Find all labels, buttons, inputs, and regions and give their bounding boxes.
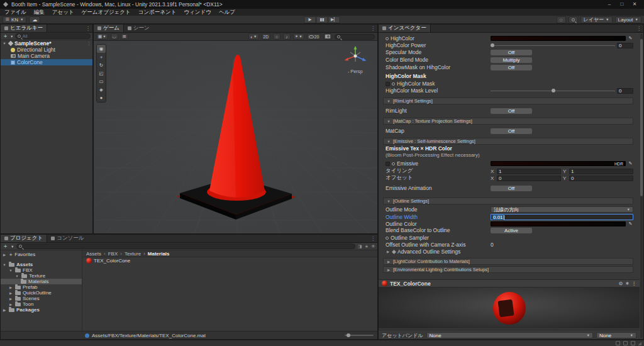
foldout-open-icon[interactable]: ▼ [14, 274, 19, 278]
tab-console[interactable]: コンソール [47, 235, 87, 242]
transform-tool[interactable]: ◈ [97, 86, 106, 94]
tree-item-scenes[interactable]: ▶ Scenes [1, 296, 82, 301]
offset-x-field[interactable]: 0 [497, 176, 561, 181]
material-preview-header[interactable]: TEX_ColorCone ⊙ ✶ ⋮ [379, 279, 640, 287]
hierarchy-search-input[interactable] [22, 33, 88, 39]
menu-gameobject[interactable]: ゲームオブジェクト [82, 9, 131, 16]
camera-settings-button[interactable] [323, 33, 332, 40]
foldout-open-icon[interactable]: ▼ [2, 42, 7, 45]
offset-y-field[interactable]: 0 [569, 176, 633, 181]
thumbnail-size-slider[interactable] [345, 335, 374, 336]
outline-width-field[interactable]: 0.01 [491, 214, 633, 220]
2d-toggle-button[interactable]: 2D [262, 33, 270, 40]
minimize-button[interactable]: – [603, 0, 616, 9]
create-button[interactable]: ＋ [3, 32, 8, 40]
layout-dropdown[interactable]: Layout ▼ [615, 16, 641, 23]
advanced-outline-row[interactable]: ▶ Advanced Outline Settings [386, 248, 633, 255]
blend-basecolor-button[interactable]: Active [491, 228, 532, 233]
foldout-open-icon[interactable]: ▼ [8, 269, 13, 272]
menu-window[interactable]: ウィンドウ [184, 9, 211, 16]
emissive-hdr-color-field[interactable]: HDR [491, 161, 626, 166]
asset-bundle-dropdown[interactable]: None ▼ [426, 332, 594, 338]
hierarchy-search[interactable] [15, 33, 91, 39]
account-button[interactable]: ⊞ KN ▼ [3, 16, 26, 23]
lightcolor-section-header[interactable]: ▶ [LightColor Contribution to Materials] [383, 258, 633, 265]
close-button[interactable]: ✕ [628, 0, 641, 9]
pause-button[interactable]: ▮▮ [316, 16, 328, 23]
grid-snap-button[interactable]: ⊞ [121, 33, 128, 40]
breadcrumb-assets[interactable]: Assets [86, 251, 101, 257]
eyedropper-icon[interactable]: ✎ [628, 221, 633, 226]
tab-game[interactable]: ゲーム [94, 25, 124, 32]
play-button[interactable]: ▶ [304, 16, 316, 23]
material-preview-area[interactable] [379, 287, 640, 328]
foldout-closed-icon[interactable]: ▶ [8, 303, 13, 306]
breadcrumb-texture[interactable]: Texture [118, 251, 141, 257]
foldout-closed-icon[interactable]: ▶ [2, 253, 7, 257]
scene-search[interactable] [335, 34, 375, 40]
shadowmask-button[interactable]: Off [491, 65, 532, 70]
maximize-button[interactable]: □ [616, 0, 628, 9]
outline-color-field[interactable] [491, 221, 626, 226]
shading-mode-dropdown[interactable]: ◐▼ [248, 33, 258, 40]
cloud-button[interactable]: ☁ [29, 16, 40, 23]
search-button[interactable] [569, 16, 578, 23]
emissive-section-header[interactable]: ▼ [Emissive : Self-luminescence Settings… [383, 138, 633, 145]
project-search-input[interactable] [23, 243, 353, 249]
slider-knob[interactable] [552, 89, 555, 92]
panel-menu-icon[interactable]: ⋮ [370, 236, 375, 242]
preview-menu-icon[interactable]: ⋮ [632, 281, 637, 286]
foldout-closed-icon[interactable]: ▶ [8, 297, 13, 301]
scene-audio-button[interactable]: ♪ [283, 33, 291, 40]
step-button[interactable]: ▶▏ [328, 16, 340, 23]
foldout-open-icon[interactable]: ▼ [2, 263, 7, 267]
hierarchy-item-directional-light[interactable]: Directional Light [1, 47, 92, 53]
specular-mode-button[interactable]: Off [491, 50, 532, 55]
environment-section-header[interactable]: ▶ [Environmental Lighting Contributions … [383, 266, 633, 273]
scale-tool[interactable]: ◰ [97, 69, 106, 77]
menu-edit[interactable]: 編集 [34, 9, 45, 16]
menu-help[interactable]: ヘルプ [219, 9, 235, 16]
breadcrumb-materials[interactable]: Materials [141, 251, 169, 257]
services-button[interactable]: ◌ [557, 16, 566, 23]
foldout-closed-icon[interactable]: ▶ [8, 291, 13, 295]
grid-visibility-button[interactable]: ▦▼ [96, 33, 108, 40]
eyedropper-icon[interactable]: ✎ [628, 161, 633, 166]
tab-inspector[interactable]: インスペクター [379, 25, 431, 32]
inspector-scrollbar[interactable] [640, 34, 643, 338]
tree-item-texture[interactable]: ▼ Texture [1, 273, 82, 279]
preview-light-icon[interactable]: ✶ [625, 281, 629, 286]
outline-zoffset-value[interactable]: 0 [491, 242, 494, 248]
scene-viewport[interactable]: ◉ ＋ ↻ ◰ ▭ ◈ ● [94, 41, 377, 233]
outline-mode-dropdown[interactable]: 法線の方向 ▼ [491, 206, 633, 213]
slider-knob[interactable] [491, 43, 494, 47]
tree-item-prefab[interactable]: ▶ Prefab [1, 284, 82, 290]
tiling-x-field[interactable]: 1 [497, 169, 561, 174]
foldout-closed-icon[interactable]: ▶ [2, 308, 7, 312]
console-status-icon[interactable] [623, 341, 628, 345]
tree-item-packages[interactable]: ▶ Packages [1, 307, 82, 313]
color-blend-mode-button[interactable]: Multiply [491, 57, 532, 63]
effects-dropdown[interactable]: ✶▼ [293, 33, 304, 40]
hierarchy-item-main-camera[interactable]: Main Camera [1, 53, 92, 59]
tree-item-favorites[interactable]: ▶ ★ Favorites [1, 252, 82, 257]
panel-menu-icon[interactable]: ⋮ [370, 26, 375, 31]
menu-component[interactable]: コンポーネント [138, 9, 177, 16]
rect-tool[interactable]: ▭ [97, 77, 106, 86]
scene-options-icon[interactable]: ⋮ [87, 41, 91, 46]
tree-item-toon[interactable]: ▶ Toon [1, 301, 82, 307]
tree-item-assets[interactable]: ▼ Assets [1, 262, 82, 267]
perspective-toggle[interactable]: ‹ Persp [341, 69, 370, 74]
preview-shape-icon[interactable]: ⊙ [619, 281, 623, 286]
scene-lighting-button[interactable]: ○ [273, 33, 280, 40]
asset-list[interactable]: TEX_ColorCone [83, 257, 377, 331]
emissive-animation-button[interactable]: Off [491, 186, 532, 191]
checkbox-icon[interactable] [386, 82, 390, 86]
scrollbar-thumb[interactable] [640, 39, 643, 196]
project-search[interactable] [16, 243, 355, 249]
rotate-tool[interactable]: ↻ [97, 61, 106, 69]
tiling-y-field[interactable]: 1 [569, 169, 633, 174]
panel-menu-icon[interactable]: ⋮ [86, 26, 91, 31]
outline-section-header[interactable]: ▼ [Outline Settings] [383, 198, 633, 204]
custom-tool[interactable]: ● [97, 94, 106, 102]
